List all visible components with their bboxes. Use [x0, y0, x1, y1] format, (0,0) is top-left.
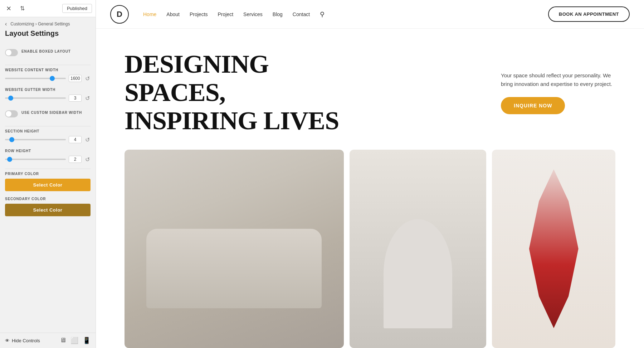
row-height-reset[interactable]: ↺: [84, 156, 91, 163]
section-height-label: SECTION HEIGHT: [5, 129, 91, 133]
enable-boxed-layout-row: ENABLE BOXED LAYOUT: [5, 46, 91, 59]
section-height-reset[interactable]: ↺: [84, 136, 91, 143]
breadcrumb: ‹ Customizing › General Settings: [0, 17, 96, 29]
website-gutter-width-reset[interactable]: ↺: [84, 95, 91, 102]
inquire-now-button[interactable]: INQUIRE NOW: [501, 97, 565, 114]
hero-heading: DESIGNING SPACES, INSPIRING LIVES: [125, 50, 375, 135]
site-header: D Home About Projects Project Services B…: [96, 0, 644, 29]
nav-item-home[interactable]: Home: [143, 11, 156, 17]
hero-right: Your space should reflect your personali…: [501, 71, 615, 114]
nav-item-services[interactable]: Services: [243, 11, 263, 17]
website-content-width-label: WEBSITE CONTENT WIDTH: [5, 68, 91, 72]
nav-item-contact[interactable]: Contact: [293, 11, 310, 17]
tablet-icon[interactable]: ⬜: [70, 337, 78, 344]
sidebar-settings: ENABLE BOXED LAYOUT WEBSITE CONTENT WIDT…: [0, 43, 96, 333]
use-custom-sidebar-width-toggle[interactable]: [5, 110, 18, 117]
search-icon[interactable]: ⚲: [320, 10, 325, 18]
enable-boxed-layout-toggle[interactable]: [5, 49, 18, 56]
book-appointment-button[interactable]: BOOK AN APPOINTMENT: [548, 6, 630, 22]
site-body: DESIGNING SPACES, INSPIRING LIVES Your s…: [96, 29, 644, 348]
secondary-color-button[interactable]: Select Color: [5, 204, 91, 216]
enable-boxed-layout-label: ENABLE BOXED LAYOUT: [21, 49, 71, 53]
hero-text: DESIGNING SPACES, INSPIRING LIVES: [125, 50, 375, 135]
sidebar-title: Layout Settings: [0, 29, 96, 43]
row-height-row: ROW HEIGHT 2 ↺: [5, 149, 91, 163]
flowers-image: [492, 150, 615, 348]
section-height-row: SECTION HEIGHT 4 ↺: [5, 129, 91, 143]
main-content: D Home About Projects Project Services B…: [96, 0, 644, 348]
use-custom-sidebar-width-row: USE CUSTOM SIDEBAR WIDTH: [5, 107, 91, 120]
row-height-label: ROW HEIGHT: [5, 149, 91, 153]
sort-button[interactable]: ⇅: [17, 4, 27, 14]
primary-color-row: PRIMARY COLOR Select Color: [5, 172, 91, 191]
hero-heading-line1: DESIGNING SPACES,: [125, 50, 269, 107]
chair-image: [350, 150, 487, 348]
eye-icon: 👁: [5, 338, 10, 343]
website-content-width-value: 1600: [69, 75, 82, 82]
desktop-icon[interactable]: 🖥: [60, 337, 66, 344]
website-gutter-width-slider[interactable]: [5, 97, 66, 99]
primary-color-button[interactable]: Select Color: [5, 179, 91, 191]
nav-item-about[interactable]: About: [166, 11, 180, 17]
sofa-image: [125, 150, 344, 348]
footer-device-icons: 🖥 ⬜ 📱: [60, 337, 91, 344]
hero-description: Your space should reflect your personali…: [501, 71, 615, 88]
breadcrumb-text: Customizing › General Settings: [10, 21, 70, 26]
sidebar-topbar: ✕ ⇅ Published: [0, 0, 96, 17]
website-content-width-row: WEBSITE CONTENT WIDTH 1600 ↺: [5, 68, 91, 82]
images-row: [96, 150, 644, 348]
logo-circle: D: [110, 5, 129, 24]
sidebar: ✕ ⇅ Published ‹ Customizing › General Se…: [0, 0, 96, 348]
mobile-icon[interactable]: 📱: [83, 337, 91, 344]
website-content-width-reset[interactable]: ↺: [84, 75, 91, 82]
published-badge[interactable]: Published: [62, 4, 92, 13]
sidebar-footer: 👁 Hide Controls 🖥 ⬜ 📱: [0, 333, 96, 348]
secondary-color-label: SECONDARY COLOR: [5, 197, 91, 201]
website-gutter-width-row: WEBSITE GUTTER WIDTH 3 ↺: [5, 88, 91, 102]
nav-item-project[interactable]: Project: [218, 11, 234, 17]
close-button[interactable]: ✕: [4, 4, 14, 14]
website-gutter-width-value: 3: [69, 95, 82, 102]
nav-item-projects[interactable]: Projects: [190, 11, 208, 17]
hide-controls-button[interactable]: 👁 Hide Controls: [5, 338, 40, 343]
website-gutter-width-label: WEBSITE GUTTER WIDTH: [5, 88, 91, 92]
section-height-value: 4: [69, 136, 82, 143]
secondary-color-row: SECONDARY COLOR Select Color: [5, 197, 91, 216]
hero-heading-line2: INSPIRING LIVES: [125, 106, 339, 135]
website-content-width-slider[interactable]: [5, 78, 66, 79]
row-height-slider[interactable]: [5, 159, 66, 160]
row-height-value: 2: [69, 156, 82, 163]
use-custom-sidebar-width-label: USE CUSTOM SIDEBAR WIDTH: [21, 111, 82, 115]
site-nav: Home About Projects Project Services Blo…: [143, 10, 534, 18]
hide-controls-label: Hide Controls: [12, 338, 40, 343]
back-arrow-icon[interactable]: ‹: [5, 21, 7, 27]
section-height-slider[interactable]: [5, 139, 66, 140]
nav-item-blog[interactable]: Blog: [273, 11, 283, 17]
hero-section: DESIGNING SPACES, INSPIRING LIVES Your s…: [96, 29, 644, 150]
site-logo: D: [110, 5, 129, 24]
primary-color-label: PRIMARY COLOR: [5, 172, 91, 176]
